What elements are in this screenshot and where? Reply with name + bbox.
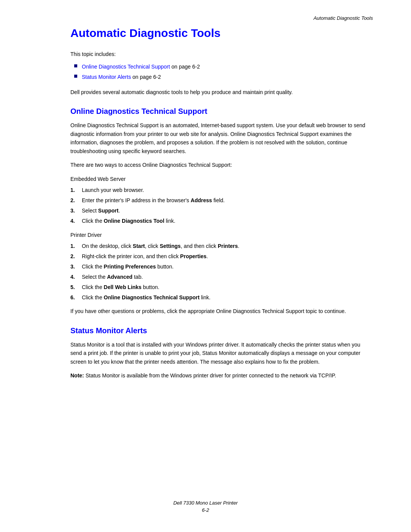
step-num: 3.	[70, 207, 80, 215]
bold-address: Address	[191, 197, 212, 203]
step-num: 3.	[70, 263, 80, 271]
printer-driver-label: Printer Driver	[70, 231, 373, 239]
status-monitor-link[interactable]: Status Monitor Alerts	[82, 74, 131, 80]
bold-printing-prefs: Printing Preferences	[104, 264, 156, 270]
step-text: Click the Online Diagnostics Technical S…	[82, 294, 210, 302]
list-item: Status Monitor Alerts on page 6-2	[74, 73, 373, 81]
step-num: 1.	[70, 242, 80, 250]
bold-online-diag-tool: Online Diagnostics Tool	[104, 218, 164, 224]
step-text: Right-click the printer icon, and then c…	[82, 252, 208, 260]
page-header-title: Automatic Diagnostic Tools	[314, 15, 373, 21]
list-item: 1. Launch your web browser.	[70, 186, 373, 194]
list-item: 5. Click the Dell Web Links button.	[70, 283, 373, 291]
bullet-link-2[interactable]: Status Monitor Alerts on page 6-2	[82, 73, 161, 81]
step-num: 2.	[70, 252, 80, 260]
step-num: 2.	[70, 197, 80, 204]
step-text: Launch your web browser.	[82, 186, 144, 194]
section1-closing-para: If you have other questions or problems,…	[70, 307, 373, 315]
bold-advanced: Advanced	[107, 274, 132, 280]
list-item: Online Diagnostics Technical Support on …	[74, 63, 373, 71]
bullet-icon	[74, 64, 77, 67]
list-item: 2. Enter the printer's IP address in the…	[70, 197, 373, 204]
bold-online-diag-support: Online Diagnostics Technical Support	[104, 294, 200, 300]
embedded-steps-list: 1. Launch your web browser. 2. Enter the…	[70, 186, 373, 225]
step-num: 4.	[70, 217, 80, 225]
step-text: Click the Online Diagnostics Tool link.	[82, 217, 175, 225]
step-num: 1.	[70, 186, 80, 194]
bold-printers: Printers	[218, 243, 238, 249]
bold-support: Support	[98, 208, 119, 214]
bold-settings: Settings	[160, 243, 181, 249]
printer-steps-list: 1. On the desktop, click Start, click Se…	[70, 242, 373, 302]
section1-para2: There are two ways to access Online Diag…	[70, 161, 373, 169]
bullet-icon	[74, 75, 77, 78]
footer-line1: Dell 7330 Mono Laser Printer	[0, 500, 411, 506]
bullet-link-1[interactable]: Online Diagnostics Technical Support on …	[82, 63, 200, 71]
step-num: 4.	[70, 273, 80, 281]
step-text: On the desktop, click Start, click Setti…	[82, 242, 239, 250]
online-diagnostics-link[interactable]: Online Diagnostics Technical Support	[82, 64, 170, 70]
section2-title: Status Monitor Alerts	[70, 326, 373, 335]
footer-line2: 6-2	[0, 507, 411, 513]
toc-bullet-list: Online Diagnostics Technical Support on …	[74, 63, 373, 81]
note-label: Note:	[70, 372, 84, 379]
note-paragraph: Note: Status Monitor is available from t…	[70, 371, 373, 380]
list-item: 6. Click the Online Diagnostics Technica…	[70, 294, 373, 302]
note-content: Status Monitor is available from the Win…	[84, 372, 336, 379]
intro-body-text: Dell provides several automatic diagnost…	[70, 88, 373, 96]
page-footer: Dell 7330 Mono Laser Printer 6-2	[0, 500, 411, 513]
list-item: 1. On the desktop, click Start, click Se…	[70, 242, 373, 250]
embedded-web-server-label: Embedded Web Server	[70, 175, 373, 183]
bullet-suffix-2: on page 6-2	[131, 74, 161, 80]
step-num: 6.	[70, 294, 80, 302]
list-item: 3. Select Support.	[70, 207, 373, 215]
step-text: Select the Advanced tab.	[82, 273, 143, 281]
step-text: Click the Dell Web Links button.	[82, 283, 159, 291]
list-item: 4. Click the Online Diagnostics Tool lin…	[70, 217, 373, 225]
section1-title: Online Diagnostics Technical Support	[70, 107, 373, 116]
step-text: Click the Printing Preferences button.	[82, 263, 174, 271]
section1-para1: Online Diagnostics Technical Support is …	[70, 121, 373, 155]
bold-start: Start	[133, 243, 145, 249]
list-item: 4. Select the Advanced tab.	[70, 273, 373, 281]
bullet-suffix-1: on page 6-2	[170, 64, 200, 70]
step-text: Enter the printer's IP address in the br…	[82, 197, 225, 204]
bold-properties: Properties	[180, 253, 206, 259]
list-item: 2. Right-click the printer icon, and the…	[70, 252, 373, 260]
list-item: 3. Click the Printing Preferences button…	[70, 263, 373, 271]
intro-text: This topic includes:	[70, 50, 373, 58]
bold-dell-web-links: Dell Web Links	[104, 284, 142, 290]
page-title: Automatic Diagnostic Tools	[70, 27, 373, 40]
step-num: 5.	[70, 283, 80, 291]
step-text: Select Support.	[82, 207, 120, 215]
section2-para1: Status Monitor is a tool that is install…	[70, 340, 373, 366]
